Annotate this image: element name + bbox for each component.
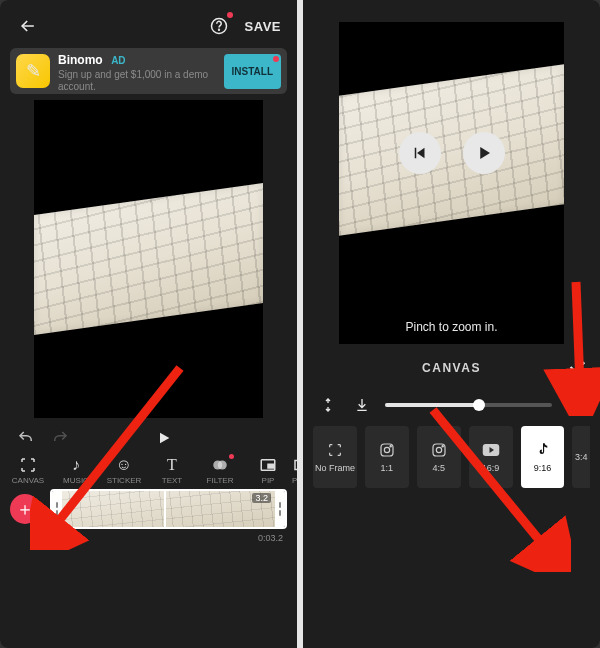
canvas-label: CANVAS (12, 476, 44, 485)
pip-label: PIP (262, 476, 275, 485)
svg-point-13 (442, 446, 443, 447)
zoom-reset-button[interactable] (317, 394, 339, 416)
time-total: 0:03.2 (258, 533, 283, 543)
redo-button[interactable] (48, 426, 72, 450)
playback-bar (0, 418, 297, 450)
svg-rect-5 (268, 464, 273, 468)
zoom-slider[interactable] (385, 403, 552, 407)
music-icon: ♪ (72, 456, 80, 474)
clip-duration-badge: 3.2 (252, 493, 271, 503)
top-bar: SAVE (0, 0, 297, 48)
help-button[interactable] (207, 14, 231, 38)
svg-point-10 (390, 446, 391, 447)
zoom-hint: Pinch to zoom in. (339, 320, 564, 334)
aspect-ratio-row: No Frame 1:1 4:5 16:9 (303, 426, 600, 498)
arrow-left-icon (18, 16, 38, 36)
add-clip-button[interactable]: ＋ (10, 494, 40, 524)
svg-point-3 (218, 461, 227, 470)
zoom-fit-button[interactable] (351, 394, 373, 416)
preview-content (34, 183, 263, 335)
editor-main-pane: SAVE ✎ Binomo AD Sign up and get $1,000 … (0, 0, 297, 648)
expand-vert-icon (320, 397, 336, 413)
clip-handle-right[interactable] (275, 491, 285, 527)
save-button[interactable]: SAVE (245, 19, 281, 34)
play-button[interactable] (156, 430, 172, 446)
canvas-preview[interactable]: Pinch to zoom in. (339, 22, 564, 344)
filter-icon (211, 456, 229, 474)
instagram-icon (430, 441, 448, 459)
playhead[interactable] (164, 489, 166, 529)
prev-frame-button[interactable] (399, 132, 441, 174)
canvas-tool[interactable]: CANVAS (4, 456, 52, 485)
aspect-label: No Frame (315, 463, 355, 473)
overlay-controls (339, 132, 564, 174)
ad-tag: AD (111, 55, 125, 66)
time-current: 0:01.2 (58, 533, 83, 543)
precut-tool[interactable]: PRE (292, 456, 297, 485)
canvas-icon (19, 456, 37, 474)
back-button[interactable] (16, 14, 40, 38)
pip-tool[interactable]: PIP (244, 456, 292, 485)
tiktok-icon (534, 441, 552, 459)
confirm-button[interactable] (566, 356, 590, 380)
aspect-label: 3:4 (575, 452, 588, 462)
redo-icon (51, 429, 69, 447)
filter-label: FILTER (207, 476, 234, 485)
svg-point-1 (218, 29, 219, 30)
text-label: TEXT (162, 476, 182, 485)
notification-dot-icon (227, 12, 233, 18)
pip-icon (259, 456, 277, 474)
aspect-16-9[interactable]: 16:9 (469, 426, 513, 488)
notification-dot-icon (229, 454, 234, 459)
zoom-slider-row (303, 392, 600, 426)
text-icon: T (167, 456, 177, 474)
aspect-label: 4:5 (432, 463, 445, 473)
slider-knob[interactable] (473, 399, 485, 411)
timeline-clip[interactable]: 3.2 (50, 489, 287, 529)
collapse-icon (567, 397, 583, 413)
check-icon (566, 356, 588, 378)
sticker-label: STICKER (107, 476, 142, 485)
canvas-header: CANVAS (303, 344, 600, 392)
aspect-label: 1:1 (381, 463, 394, 473)
download-icon (354, 397, 370, 413)
canvas-settings-pane: Pinch to zoom in. CANVAS (303, 0, 600, 648)
precut-icon (292, 456, 297, 474)
music-label: MUSIC (63, 476, 89, 485)
text-tool[interactable]: T TEXT (148, 456, 196, 485)
aspect-3-4[interactable]: 3:4 (572, 426, 590, 488)
sticker-icon: ☺ (116, 456, 132, 474)
collapse-button[interactable] (564, 394, 586, 416)
aspect-label: 9:16 (534, 463, 552, 473)
play-icon (475, 144, 493, 162)
undo-button[interactable] (14, 426, 38, 450)
install-label: INSTALL (232, 66, 273, 77)
clip-handle-left[interactable] (52, 491, 62, 527)
svg-point-12 (436, 447, 441, 452)
aspect-4-5[interactable]: 4:5 (417, 426, 461, 488)
aspect-1-1[interactable]: 1:1 (365, 426, 409, 488)
svg-rect-6 (295, 461, 297, 470)
aspect-noframe[interactable]: No Frame (313, 426, 357, 488)
ad-app-icon: ✎ (16, 54, 50, 88)
aspect-9-16[interactable]: 9:16 (521, 426, 565, 488)
filter-tool[interactable]: FILTER (196, 456, 244, 485)
aspect-label: 16:9 (482, 463, 500, 473)
tool-bar: CANVAS ♪ MUSIC ☺ STICKER T TEXT FILTER (0, 450, 297, 487)
instagram-icon (378, 441, 396, 459)
play-button[interactable] (463, 132, 505, 174)
music-tool[interactable]: ♪ MUSIC (52, 456, 100, 485)
ad-title: Binomo (58, 53, 103, 67)
ad-text: Binomo AD Sign up and get $1,000 in a de… (50, 49, 224, 92)
undo-icon (17, 429, 35, 447)
precut-label: PRE (292, 476, 297, 485)
sticker-tool[interactable]: ☺ STICKER (100, 456, 148, 485)
install-button[interactable]: INSTALL (224, 54, 281, 89)
video-preview[interactable] (34, 100, 263, 418)
play-icon (156, 430, 172, 446)
noframe-icon (326, 441, 344, 459)
ad-banner[interactable]: ✎ Binomo AD Sign up and get $1,000 in a … (10, 48, 287, 94)
time-readout: 0:01.2 0:03.2 (0, 533, 297, 549)
youtube-icon (482, 441, 500, 459)
canvas-title: CANVAS (337, 361, 566, 375)
